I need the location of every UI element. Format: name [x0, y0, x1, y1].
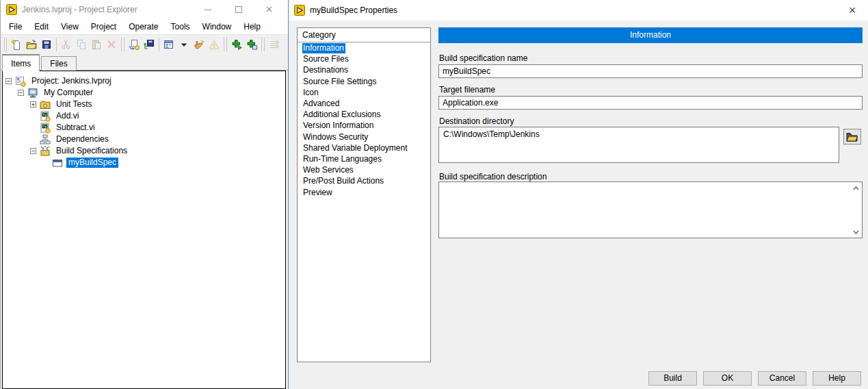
destination-directory-label: Destination directory [439, 116, 514, 126]
category-item-destinations[interactable]: Destinations [298, 64, 430, 75]
category-item-web-services[interactable]: Web Services [298, 164, 430, 175]
vi-icon [40, 123, 51, 134]
minimize-button[interactable] [192, 0, 223, 19]
add-window-icon[interactable] [244, 37, 259, 52]
description-scrollbar[interactable] [850, 182, 862, 238]
build-spec-description-box [438, 181, 863, 238]
save-icon[interactable] [39, 37, 54, 52]
help-button[interactable]: Help [813, 371, 861, 386]
build-spec-description-input[interactable] [439, 182, 850, 238]
menu-view[interactable]: View [55, 19, 85, 34]
menu-project[interactable]: Project [85, 19, 122, 34]
menu-edit[interactable]: Edit [28, 19, 55, 34]
tree-item-dependencies[interactable]: Dependencies [3, 134, 285, 145]
build-spec-name-input[interactable] [438, 64, 863, 78]
project-explorer-window: Jenkins.lvproj - Project Explorer × File… [0, 0, 288, 389]
category-item-source-files[interactable]: Source Files [298, 53, 430, 64]
build-button[interactable]: Build [648, 371, 697, 386]
tree-item-label: myBuildSpec [66, 158, 118, 168]
tab-items[interactable]: Items [2, 54, 40, 71]
paste-icon[interactable] [89, 37, 104, 52]
toolbar-separator [261, 38, 265, 51]
tree-item-label: Project: Jenkins.lvproj [29, 76, 114, 86]
toolbar [1, 34, 288, 54]
category-item-shared-variable-deployment[interactable]: Shared Variable Deployment [298, 142, 430, 153]
category-item-windows-security[interactable]: Windows Security [298, 131, 430, 142]
category-item-run-time-languages[interactable]: Run-Time Languages [298, 153, 430, 164]
window-grid-icon[interactable] [161, 37, 176, 52]
tree-item-project-jenkins-lvproj[interactable]: −Project: Jenkins.lvproj [3, 75, 285, 87]
update-icon[interactable] [127, 37, 142, 52]
new-file-icon[interactable] [9, 37, 24, 52]
tree-item-my-computer[interactable]: −My Computer [3, 87, 285, 99]
tab-files[interactable]: Files [41, 56, 76, 71]
category-item-label: Preview [302, 188, 334, 198]
destination-directory-input[interactable]: C:\Windows\Temp\Jenkins [438, 127, 839, 163]
project-tree: −Project: Jenkins.lvproj−My Computer+Uni… [2, 71, 286, 389]
build-spec-name-label: Build specification name [439, 53, 527, 63]
category-list-header: Category [298, 28, 430, 42]
open-folder-icon[interactable] [24, 37, 39, 52]
app-window-icon [52, 158, 63, 168]
tree-item-subtract-vi[interactable]: Subtract.vi [3, 122, 285, 134]
cut-icon[interactable] [59, 37, 74, 52]
category-item-preview[interactable]: Preview [298, 187, 430, 198]
category-item-label: Windows Security [302, 132, 369, 142]
screen: Jenkins.lvproj - Project Explorer × File… [0, 0, 868, 389]
category-list: Category InformationSource FilesDestinat… [297, 27, 431, 362]
scroll-down-icon[interactable] [852, 227, 860, 236]
toolbar-separator [121, 38, 124, 51]
category-item-label: Icon [302, 88, 320, 98]
menu-window[interactable]: Window [196, 19, 238, 34]
target-filename-input[interactable] [438, 96, 863, 110]
tree-item-mybuildspec[interactable]: myBuildSpec [3, 157, 285, 168]
category-item-label: Advanced [302, 99, 341, 109]
menu-operate[interactable]: Operate [122, 19, 164, 34]
category-item-label: Destinations [302, 65, 350, 75]
category-item-label: Shared Variable Deployment [302, 143, 409, 153]
hand-edit-icon[interactable] [192, 37, 207, 52]
section-header: Information [438, 27, 863, 43]
category-item-information[interactable]: Information [298, 42, 430, 53]
category-item-source-file-settings[interactable]: Source File Settings [298, 76, 430, 87]
collapse-icon[interactable]: − [18, 90, 24, 96]
tree-item-unit-tests[interactable]: +Unit Tests [3, 99, 285, 110]
category-item-advanced[interactable]: Advanced [298, 98, 430, 109]
category-item-icon[interactable]: Icon [298, 87, 430, 98]
menu-file[interactable]: File [3, 19, 28, 34]
ok-button[interactable]: OK [703, 371, 752, 386]
add-item-icon[interactable] [229, 37, 244, 52]
computer-icon [27, 88, 38, 99]
cancel-button[interactable]: Cancel [758, 371, 806, 386]
list-settings-icon[interactable] [267, 37, 282, 52]
tree-item-build-specifications[interactable]: −Build Specifications [3, 145, 285, 157]
menu-help[interactable]: Help [237, 19, 267, 34]
expand-icon[interactable]: + [30, 101, 36, 108]
category-item-label: Pre/Post Build Actions [302, 176, 385, 186]
category-item-additional-exclusions[interactable]: Additional Exclusions [298, 109, 430, 120]
dropdown-arrow-icon[interactable] [176, 37, 192, 52]
category-item-pre-post-build-actions[interactable]: Pre/Post Build Actions [298, 175, 430, 186]
scroll-up-icon[interactable] [852, 184, 860, 192]
category-items: InformationSource FilesDestinationsSourc… [298, 42, 430, 198]
collapse-icon[interactable]: − [5, 78, 12, 84]
warning-icon[interactable] [207, 37, 222, 52]
toolbar-separator [224, 38, 227, 51]
maximize-button[interactable] [223, 0, 254, 19]
save-all-icon[interactable] [142, 37, 157, 52]
browse-folder-button[interactable] [843, 129, 861, 145]
tree-item-label: Build Specifications [54, 146, 129, 156]
dependencies-icon [40, 134, 51, 145]
menu-tools[interactable]: Tools [165, 19, 196, 34]
labview-app-icon [6, 4, 17, 15]
copy-icon[interactable] [74, 37, 89, 52]
dialog-close-button[interactable]: × [839, 0, 866, 21]
collapse-icon[interactable]: − [30, 148, 36, 154]
category-item-label: Additional Exclusions [302, 110, 382, 120]
tree-item-label: Dependencies [54, 134, 111, 145]
close-button[interactable]: × [254, 0, 285, 19]
tree-item-label: My Computer [42, 88, 95, 98]
delete-icon[interactable] [104, 37, 119, 52]
category-item-version-information[interactable]: Version Information [298, 120, 430, 131]
tree-item-add-vi[interactable]: Add.vi [3, 110, 285, 122]
